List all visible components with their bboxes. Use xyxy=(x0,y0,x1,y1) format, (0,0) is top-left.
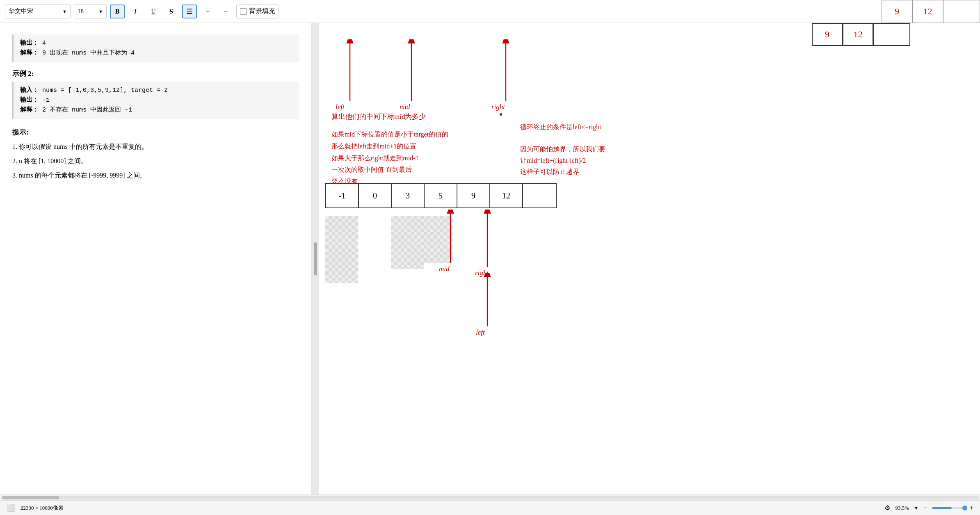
scroll-track[interactable] xyxy=(2,496,978,499)
zoom-in-icon[interactable]: + xyxy=(970,504,973,512)
output-value: 4 xyxy=(42,40,46,47)
bold-button[interactable]: B xyxy=(110,5,125,18)
right-arrow-bottom xyxy=(481,210,493,267)
chevron-down-icon-zoom[interactable]: ▼ xyxy=(914,506,918,510)
explanation2-value: 2 不存在 nums 中因此返回 -1 xyxy=(42,107,132,114)
cell--1: -1 xyxy=(326,184,359,207)
bg-fill-label: 背景填充 xyxy=(249,7,275,16)
horizontal-scrollbar[interactable] xyxy=(0,494,980,500)
zoom-slider-fill xyxy=(932,507,952,509)
status-left: ⬜ 22330 × 10000像素 xyxy=(7,504,64,513)
array-top-row: 9 12 xyxy=(812,23,910,46)
align-center-button[interactable]: ≡ xyxy=(200,5,215,18)
canvas-dimensions: 22330 × 10000像素 xyxy=(21,504,64,512)
bullet-dot xyxy=(500,113,502,116)
number-box-empty xyxy=(943,0,980,23)
vertical-scrollbar[interactable] xyxy=(312,23,319,494)
zoom-value: 93.5% xyxy=(895,505,909,511)
status-bar: ⬜ 22330 × 10000像素 ⚙ 93.5% ▼ − + xyxy=(0,500,980,515)
main-array-row: -1 0 3 5 9 12 xyxy=(325,183,557,208)
cell-0: 0 xyxy=(359,184,392,207)
hints-section: 提示: 1. 你可以假设 nums 中的所有元素是不重复的。 2. n 将在 [… xyxy=(12,128,299,181)
image-placeholder-1 xyxy=(325,216,358,283)
scroll-thumb[interactable] xyxy=(314,242,317,275)
align-left-button[interactable]: ☰ xyxy=(182,5,197,18)
image-placeholder-2 xyxy=(391,216,424,269)
settings-icon[interactable]: ⚙ xyxy=(884,504,890,512)
array-cell-empty-top xyxy=(873,23,910,46)
right-label-top: right xyxy=(491,103,505,111)
left-panel: 输出： 4 解释： 9 出现在 nums 中并且下标为 4 示例 2: 输入： … xyxy=(0,23,312,494)
mid-label-bottom: mid xyxy=(439,265,450,273)
explanation-value: 9 出现在 nums 中并且下标为 4 xyxy=(42,50,135,57)
cell-5: 5 xyxy=(425,184,457,207)
font-selector[interactable]: 华文中宋 ▼ xyxy=(5,5,71,18)
example2-title: 示例 2: xyxy=(12,69,299,78)
explanation2-label: 解释： xyxy=(20,107,39,114)
left-arrow-bottom xyxy=(481,273,493,326)
input-value: nums = [-1,0,3,5,9,12], target = 2 xyxy=(42,87,168,94)
number-box-right: 12 xyxy=(912,0,943,23)
strikethrough-button[interactable]: S xyxy=(164,5,179,18)
mid-arrow-top xyxy=(405,39,418,101)
scroll-handle[interactable] xyxy=(2,496,59,499)
font-name: 华文中宋 xyxy=(9,7,33,15)
chevron-down-icon: ▼ xyxy=(98,9,103,14)
cell-3: 3 xyxy=(392,184,425,207)
cell-empty xyxy=(523,184,556,207)
hint-2: 2. n 将在 [1, 10000] 之间。 xyxy=(12,155,299,166)
underline-button[interactable]: U xyxy=(146,5,161,18)
right-arrow-top xyxy=(500,39,512,101)
array-cell-9: 9 xyxy=(812,23,843,46)
mid-arrow-bottom xyxy=(444,210,457,263)
hint-3: 3. nums 的每个元素都将在 [-9999, 9999] 之间。 xyxy=(12,170,299,181)
status-right: ⚙ 93.5% ▼ − + xyxy=(884,504,973,512)
toolbar: 华文中宋 ▼ 18 ▼ B I U S ☰ ≡ ≡ 背景填充 9 xyxy=(0,0,980,23)
input-label: 输入： xyxy=(20,87,39,94)
example2-block: 输入： nums = [-1,0,3,5,9,12], target = 2 输… xyxy=(12,82,299,119)
zoom-slider-thumb[interactable] xyxy=(962,506,967,510)
annotation-mid-calc: 算出他们的中间下标mid为多少 xyxy=(331,111,426,122)
output2-label: 输出： xyxy=(20,97,39,104)
explanation-label: 解释： xyxy=(20,50,39,57)
number-box-left: 9 xyxy=(882,0,912,23)
canvas-panel[interactable]: 9 12 left xyxy=(319,23,980,494)
zoom-out-icon[interactable]: − xyxy=(923,504,927,512)
selection-tool-icon[interactable]: ⬜ xyxy=(7,504,16,513)
zoom-slider[interactable] xyxy=(932,507,965,509)
italic-button[interactable]: I xyxy=(128,5,143,18)
left-label-top: left xyxy=(336,103,345,111)
output-label: 输出： xyxy=(20,40,39,47)
chevron-down-icon: ▼ xyxy=(62,9,67,14)
annotation-loop-condition: 循环终止的条件是left<=right 因为可能怕越界，所以我们要 让mid=l… xyxy=(520,121,605,177)
bg-fill-checkbox[interactable] xyxy=(240,8,247,15)
cell-12: 12 xyxy=(490,184,523,207)
font-size-selector[interactable]: 18 ▼ xyxy=(74,5,107,18)
mid-label-top: mid xyxy=(400,103,410,111)
output-block: 输出： 4 解释： 9 出现在 nums 中并且下标为 4 xyxy=(12,34,299,62)
hints-title: 提示: xyxy=(12,128,299,137)
canvas-area: 9 12 left xyxy=(319,23,980,494)
font-size-value: 18 xyxy=(78,8,84,15)
cell-9: 9 xyxy=(457,184,490,207)
bg-fill-section[interactable]: 背景填充 xyxy=(236,5,279,18)
output2-value: -1 xyxy=(42,97,50,104)
left-arrow-top xyxy=(344,39,356,101)
align-right-button[interactable]: ≡ xyxy=(218,5,233,18)
array-cell-12: 12 xyxy=(843,23,873,46)
left-label-bottom: left xyxy=(476,328,485,337)
hint-1: 1. 你可以假设 nums 中的所有元素是不重复的。 xyxy=(12,141,299,152)
